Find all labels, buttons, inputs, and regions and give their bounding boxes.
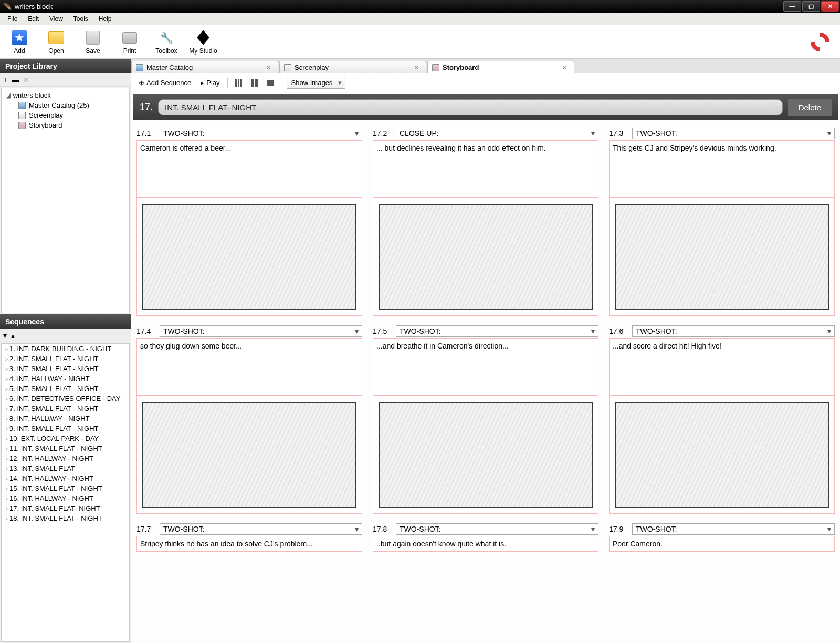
tree-root-project[interactable]: writers block bbox=[4, 90, 127, 100]
tab-screenplay[interactable]: Screenplay✕ bbox=[279, 61, 426, 73]
panel-description[interactable]: so they glug down some beer... bbox=[136, 338, 362, 396]
shot-type-select[interactable]: TWO-SHOT: bbox=[160, 325, 362, 337]
close-icon[interactable]: ✕ bbox=[266, 64, 271, 71]
left-sidebar: Project Library + ▬ ✕ writers block Mast… bbox=[0, 59, 131, 643]
close-icon[interactable]: ✕ bbox=[414, 64, 419, 71]
panel-description[interactable]: ..but again doesn't know quite what it i… bbox=[373, 536, 598, 552]
panel-image-frame[interactable] bbox=[136, 198, 362, 316]
menu-help[interactable]: Help bbox=[93, 14, 117, 24]
library-folder-icon[interactable]: ▬ bbox=[12, 76, 19, 84]
sequence-item[interactable]: 13. INT. SMALL FLAT bbox=[2, 463, 129, 473]
pause-icon bbox=[251, 79, 258, 87]
panel-image-frame[interactable] bbox=[609, 198, 835, 316]
window-title: writers block bbox=[15, 3, 52, 10]
panel-number: 17.5 bbox=[373, 327, 393, 335]
sketch-image bbox=[615, 204, 829, 310]
panel-image-frame[interactable] bbox=[609, 396, 835, 514]
open-button[interactable]: Open bbox=[41, 27, 71, 57]
panel-description[interactable]: Cameron is offered a beer... bbox=[136, 140, 362, 198]
shot-type-select[interactable]: TWO-SHOT: bbox=[632, 128, 835, 139]
diamond-icon bbox=[197, 30, 209, 45]
tree-item-storyboard[interactable]: Storyboard bbox=[4, 120, 127, 130]
window-maximize-button[interactable]: ▢ bbox=[802, 1, 820, 12]
sequence-item[interactable]: 1. INT. DARK BUILDING - NIGHT bbox=[2, 344, 129, 354]
panel-description[interactable]: Stripey thinks he has an idea to solve C… bbox=[136, 536, 362, 552]
panel-description[interactable]: This gets CJ and Stripey's devious minds… bbox=[609, 140, 835, 198]
project-tree[interactable]: writers block Master Catalog (25) Screen… bbox=[1, 88, 130, 313]
sequence-item[interactable]: 6. INT. DETECTIVES OFFICE - DAY bbox=[2, 394, 129, 404]
shot-type-select[interactable]: TWO-SHOT: bbox=[632, 523, 835, 535]
sequence-item[interactable]: 2. INT. SMALL FLAT - NIGHT bbox=[2, 354, 129, 364]
sequence-item[interactable]: 11. INT. SMALL FLAT - NIGHT bbox=[2, 444, 129, 454]
wrench-icon: 🔧 bbox=[158, 29, 175, 46]
columns-button[interactable] bbox=[233, 78, 244, 88]
tab-master-catalog[interactable]: Master Catalog✕ bbox=[131, 61, 278, 73]
close-icon[interactable]: ✕ bbox=[562, 64, 568, 71]
tab-storyboard[interactable]: Storyboard✕ bbox=[427, 61, 574, 73]
tree-item-master-catalog[interactable]: Master Catalog (25) bbox=[4, 100, 127, 110]
panel-description[interactable]: ...and score a direct hit! High five! bbox=[609, 338, 835, 396]
scene-title-input[interactable] bbox=[158, 99, 783, 115]
save-button[interactable]: Save bbox=[78, 27, 108, 57]
sequence-item[interactable]: 18. INT. SMALL FLAT - NIGHT bbox=[2, 513, 129, 523]
window-minimize-button[interactable]: — bbox=[783, 1, 801, 12]
sequence-item[interactable]: 4. INT. HALLWAY - NIGHT bbox=[2, 374, 129, 384]
tree-item-screenplay[interactable]: Screenplay bbox=[4, 110, 127, 120]
panel-description[interactable]: ... but declines revealing it has an odd… bbox=[373, 140, 598, 198]
panel-image-frame[interactable] bbox=[373, 198, 598, 316]
storyboard-toolbar: ⊕Add Sequence ▸Play Show Images bbox=[131, 73, 840, 92]
storyboard-panel: 17.8 TWO-SHOT: ..but again doesn't know … bbox=[373, 523, 598, 552]
mystudio-button[interactable]: My Studio bbox=[188, 27, 218, 57]
add-button[interactable]: ★Add bbox=[4, 27, 35, 57]
document-icon bbox=[284, 64, 291, 71]
shot-type-select[interactable]: TWO-SHOT: bbox=[396, 325, 598, 337]
sequence-expand-icon[interactable]: ▴ bbox=[11, 331, 15, 340]
sequence-item[interactable]: 7. INT. SMALL FLAT - NIGHT bbox=[2, 404, 129, 414]
add-sequence-button[interactable]: ⊕Add Sequence bbox=[136, 78, 193, 88]
scene-delete-button[interactable]: Delete bbox=[788, 99, 832, 116]
sequences-header: Sequences bbox=[0, 314, 131, 329]
panel-image-frame[interactable] bbox=[373, 396, 598, 514]
library-delete-icon[interactable]: ✕ bbox=[23, 76, 29, 84]
panel-description[interactable]: ...and breathe it in Cameron's direction… bbox=[373, 338, 598, 396]
sequence-collapse-icon[interactable]: ▾ bbox=[3, 331, 7, 340]
panel-number: 17.4 bbox=[136, 327, 156, 335]
show-images-dropdown[interactable]: Show Images bbox=[287, 77, 346, 89]
sequence-item[interactable]: 9. INT. SMALL FLAT - NIGHT bbox=[2, 424, 129, 434]
play-button[interactable]: ▸Play bbox=[198, 78, 222, 88]
sequence-item[interactable]: 5. INT. SMALL FLAT - NIGHT bbox=[2, 384, 129, 394]
shot-type-select[interactable]: TWO-SHOT: bbox=[396, 523, 598, 535]
menu-edit[interactable]: Edit bbox=[23, 14, 44, 24]
toolbox-button[interactable]: 🔧Toolbox bbox=[151, 27, 182, 57]
menu-view[interactable]: View bbox=[44, 14, 68, 24]
main-content: Master Catalog✕ Screenplay✕ Storyboard✕ … bbox=[131, 59, 840, 643]
menu-tools[interactable]: Tools bbox=[68, 14, 93, 24]
panel-number: 17.1 bbox=[136, 129, 156, 138]
print-button[interactable]: Print bbox=[114, 27, 145, 57]
panel-image-frame[interactable] bbox=[136, 396, 362, 514]
shot-type-select[interactable]: TWO-SHOT: bbox=[632, 325, 835, 337]
stop-button[interactable] bbox=[265, 79, 276, 87]
help-lifebuoy-icon[interactable] bbox=[807, 28, 834, 55]
sequence-item[interactable]: 17. INT. SMALL FLAT- NIGHT bbox=[2, 503, 129, 513]
window-close-button[interactable]: ✕ bbox=[821, 1, 839, 12]
panel-number: 17.9 bbox=[609, 525, 629, 533]
sequence-item[interactable]: 8. INT. HALLWAY - NIGHT bbox=[2, 414, 129, 424]
pause-button[interactable] bbox=[249, 78, 260, 88]
sequence-item[interactable]: 3. INT. SMALL FLAT - NIGHT bbox=[2, 364, 129, 374]
sequence-item[interactable]: 14. INT. HALLWAY - NIGHT bbox=[2, 473, 129, 483]
storyboard-grid[interactable]: 17.1 TWO-SHOT: Cameron is offered a beer… bbox=[131, 122, 840, 643]
shot-type-select[interactable]: CLOSE UP: bbox=[396, 128, 598, 139]
storyboard-panel: 17.1 TWO-SHOT: Cameron is offered a beer… bbox=[136, 128, 362, 316]
shot-type-select[interactable]: TWO-SHOT: bbox=[160, 128, 362, 139]
sequences-list[interactable]: 1. INT. DARK BUILDING - NIGHT2. INT. SMA… bbox=[1, 343, 130, 642]
sequence-item[interactable]: 15. INT. SMALL FLAT - NIGHT bbox=[2, 483, 129, 493]
sequence-item[interactable]: 12. INT. HALLWAY - NIGHT bbox=[2, 454, 129, 463]
sequence-item[interactable]: 10. EXT. LOCAL PARK - DAY bbox=[2, 434, 129, 444]
menu-file[interactable]: File bbox=[2, 14, 23, 24]
sketch-image bbox=[142, 402, 356, 508]
sequence-item[interactable]: 16. INT. HALLWAY - NIGHT bbox=[2, 493, 129, 503]
panel-description[interactable]: Poor Cameron. bbox=[609, 536, 835, 552]
library-add-icon[interactable]: + bbox=[3, 76, 7, 84]
shot-type-select[interactable]: TWO-SHOT: bbox=[160, 523, 362, 535]
